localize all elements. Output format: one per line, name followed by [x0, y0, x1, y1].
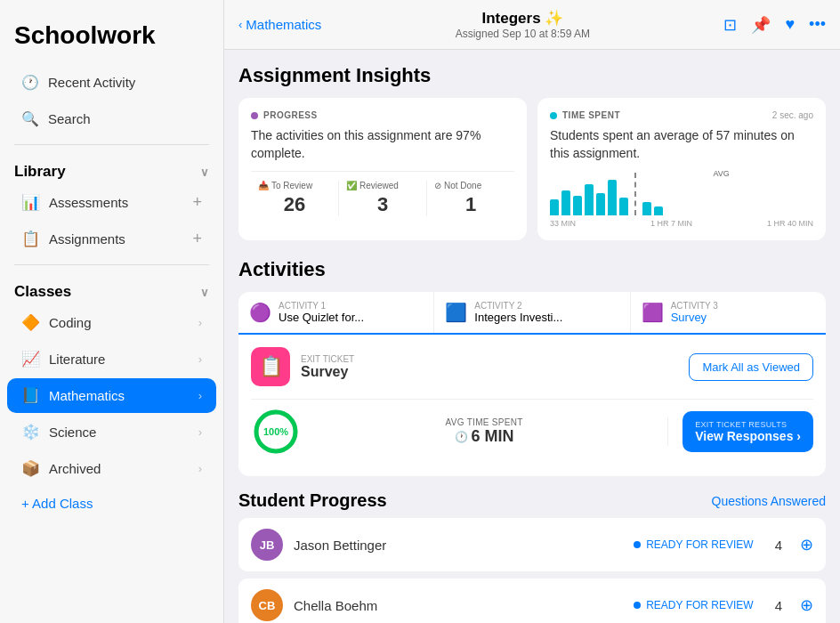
chart-labels: 33 MIN 1 HR 7 MIN 1 HR 40 MIN	[550, 219, 813, 228]
divider2	[14, 264, 209, 265]
avg-line	[634, 173, 636, 215]
avatar-cb: CB	[251, 589, 283, 621]
bar-2	[561, 190, 570, 215]
student-status-2: READY FOR REVIEW	[634, 599, 753, 611]
inbox-icon: 📥	[258, 181, 269, 190]
time-ago: 2 sec. ago	[772, 110, 813, 120]
time-chart-area: AVG 33 MIN	[550, 171, 813, 228]
time-label-row: TIME SPENT 2 sec. ago	[550, 110, 813, 120]
label-33min: 33 MIN	[550, 219, 576, 228]
bar-3	[573, 196, 582, 215]
exit-ticket-name: Survey	[301, 364, 354, 380]
back-button[interactable]: ‹ Mathematics	[238, 17, 321, 32]
activity-tab-2[interactable]: 🟦 ACTIVITY 2 Integers Investi...	[434, 292, 630, 333]
sidebar-item-mathematics[interactable]: 📘 Mathematics ›	[7, 378, 216, 413]
add-assessment-icon[interactable]: +	[192, 193, 202, 212]
mark-all-viewed-button[interactable]: Mark All as Viewed	[689, 353, 813, 381]
reviewed-stat: ✅ Reviewed 3	[339, 181, 427, 216]
view-responses-button[interactable]: EXIT TICKET RESULTS View Responses ›	[682, 411, 813, 452]
activity-tab-1[interactable]: 🟣 ACTIVITY 1 Use Quizlet for...	[238, 292, 434, 333]
sidebar-item-search[interactable]: 🔍 Search	[7, 101, 216, 136]
time-spent-card: TIME SPENT 2 sec. ago Students spent an …	[537, 98, 826, 240]
bar-5	[596, 193, 605, 215]
pin-icon[interactable]: 📌	[751, 15, 771, 35]
insights-section-title: Assignment Insights	[238, 64, 826, 87]
tab1-name: Use Quizlet for...	[279, 311, 364, 324]
content-area: Assignment Insights PROGRESS The activit…	[224, 50, 840, 623]
classes-section-header[interactable]: Classes ∨	[0, 272, 223, 304]
activities-title: Activities	[238, 258, 826, 281]
add-class-label: + Add Class	[21, 496, 93, 511]
questions-answered-link[interactable]: Questions Answered	[712, 494, 826, 508]
share-icon[interactable]: ⊡	[723, 15, 737, 35]
sidebar-item-science[interactable]: ❄️ Science ›	[7, 415, 216, 449]
sidebar-item-archived[interactable]: 📦 Archived ›	[7, 451, 216, 486]
status-text-2: READY FOR REVIEW	[646, 599, 753, 611]
student-more-icon-2[interactable]: ⊕	[800, 595, 813, 615]
bar-4	[585, 184, 594, 215]
assessments-label: Assessments	[49, 195, 128, 210]
status-text-1: READY FOR REVIEW	[646, 538, 753, 551]
assignments-label: Assignments	[49, 231, 125, 247]
literature-chevron-icon: ›	[198, 352, 202, 366]
avg-time-value: 6 MIN	[472, 427, 514, 446]
app-title: Schoolwork	[0, 14, 223, 64]
science-label: Science	[49, 425, 96, 440]
tab2-name: Integers Investi...	[474, 311, 562, 324]
clock-icon: 🕐	[21, 74, 39, 91]
student-name-1: Jason Bettinger	[294, 538, 623, 553]
activities-section: Activities 🟣 ACTIVITY 1 Use Quizlet for.…	[238, 258, 826, 476]
activity-detail: 📋 EXIT TICKET Survey Mark All as Viewed	[238, 335, 826, 476]
warning-icon: ⊘	[434, 181, 441, 190]
tab3-name: Survey	[671, 311, 718, 324]
literature-icon: 📈	[21, 350, 40, 368]
heart-icon[interactable]: ♥	[785, 15, 795, 34]
library-section-header[interactable]: Library ∨	[0, 152, 223, 184]
divider	[14, 144, 209, 145]
student-count-2: 4	[775, 598, 782, 613]
top-bar-actions: ⊡ 📌 ♥ •••	[723, 15, 826, 35]
reviewed-label: ✅ Reviewed	[346, 181, 419, 190]
student-more-icon-1[interactable]: ⊕	[800, 535, 813, 554]
not-done-label: ⊘ Not Done	[434, 181, 507, 190]
exit-ticket-left: 📋 EXIT TICKET Survey	[251, 347, 354, 386]
clock-icon2: 🕐	[455, 431, 468, 443]
sidebar-item-recent-activity[interactable]: 🕐 Recent Activity	[7, 65, 216, 100]
sidebar-item-literature[interactable]: 📈 Literature ›	[7, 342, 216, 376]
bar-9	[654, 206, 663, 215]
title-area: Integers ✨ Assigned Sep 10 at 8:59 AM	[328, 9, 716, 40]
archived-icon: 📦	[21, 459, 40, 478]
page-subtitle: Assigned Sep 10 at 8:59 AM	[328, 28, 716, 40]
add-assignment-icon[interactable]: +	[192, 230, 202, 248]
sidebar-item-assessments[interactable]: 📊 Assessments +	[7, 185, 216, 220]
classes-chevron-icon: ∨	[200, 286, 209, 299]
activity-tab-3[interactable]: 🟪 ACTIVITY 3 Survey	[631, 292, 826, 335]
sidebar: Schoolwork 🕐 Recent Activity 🔍 Search Li…	[0, 0, 224, 623]
student-name-2: Chella Boehm	[294, 598, 623, 613]
search-icon: 🔍	[21, 110, 39, 127]
doc-icon: 🟦	[445, 302, 467, 323]
mathematics-icon: 📘	[21, 386, 40, 405]
progress-card: PROGRESS The activities on this assignme…	[238, 98, 527, 240]
status-dot-2	[634, 602, 641, 609]
student-count-1: 4	[775, 538, 782, 553]
more-icon[interactable]: •••	[809, 15, 826, 34]
not-done-stat: ⊘ Not Done 1	[427, 181, 514, 216]
exit-ticket-row: 📋 EXIT TICKET Survey Mark All as Viewed	[251, 347, 813, 386]
sidebar-item-coding[interactable]: 🔶 Coding ›	[7, 305, 216, 340]
avg-time-label: AVG TIME SPENT	[446, 417, 523, 427]
bar-8	[642, 202, 651, 215]
survey-tab-icon: 🟪	[642, 302, 664, 323]
sidebar-item-assignments[interactable]: 📋 Assignments +	[7, 222, 216, 256]
view-responses-category: EXIT TICKET RESULTS	[695, 420, 801, 429]
page-title: Integers ✨	[328, 9, 716, 28]
bar-7	[619, 198, 628, 215]
add-class-button[interactable]: + Add Class	[7, 488, 216, 519]
student-status-1: READY FOR REVIEW	[634, 538, 753, 551]
search-label: Search	[48, 111, 91, 126]
table-row: JB Jason Bettinger READY FOR REVIEW 4 ⊕	[238, 518, 826, 571]
not-done-value: 1	[434, 193, 507, 216]
student-progress-section: Student Progress Questions Answered JB J…	[238, 490, 826, 623]
back-chevron-icon: ‹	[238, 18, 242, 31]
bar-1	[550, 199, 559, 215]
